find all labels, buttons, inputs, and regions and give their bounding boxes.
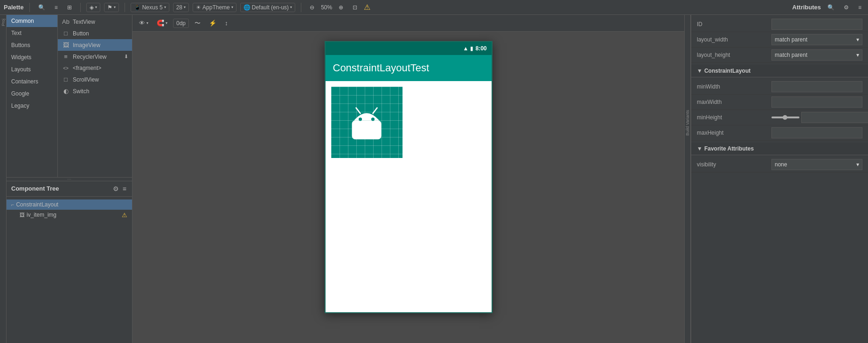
status-icons: ▲ ▮ 8:00 <box>463 45 487 52</box>
attr-minheight-slider[interactable] <box>771 117 799 118</box>
attr-minheight-input[interactable] <box>801 112 868 123</box>
proj-tab[interactable]: Proj <box>0 17 6 28</box>
sidebar-item-widgets[interactable]: Widgets <box>7 51 57 63</box>
palette-content: Common Text Buttons Widgets Layouts Cont… <box>7 15 132 177</box>
zoom-in-button[interactable]: ⊕ <box>336 3 346 12</box>
tree-settings-button[interactable]: ⚙ <box>112 184 120 193</box>
imageview-tree-label: iv_item_img <box>27 212 56 218</box>
attr-row-maxheight: maxHeight <box>691 125 868 141</box>
sidebar-item-layouts[interactable]: Layouts <box>7 63 57 75</box>
attr-more-button[interactable]: ≡ <box>855 3 864 12</box>
shape-dropdown[interactable]: ◈ ▾ <box>86 3 100 12</box>
sidebar-item-buttons[interactable]: Buttons <box>7 39 57 51</box>
magnet-icon: 🧲 <box>157 20 164 27</box>
attr-visibility-label: visibility <box>697 161 771 168</box>
attr-maxwidth-input[interactable] <box>771 96 862 108</box>
tree-item-constraint-layout[interactable]: ⌐ ConstraintLayout <box>7 199 132 210</box>
magnet-chevron: ▾ <box>166 21 167 25</box>
shape-icon: ◈ <box>90 4 94 11</box>
sidebar-item-google[interactable]: Google <box>7 88 57 100</box>
device-chevron: ▾ <box>164 5 166 9</box>
imageview-icon: 🖼 <box>62 41 70 48</box>
settings-button[interactable]: ⊞ <box>64 3 75 12</box>
attr-maxheight-input[interactable] <box>771 127 862 138</box>
guidelines-button[interactable]: ↕ <box>222 18 231 28</box>
constraint-layout-section-header[interactable]: ▼ ConstraintLayout <box>691 65 868 77</box>
flag-icon: ⚑ <box>107 4 112 11</box>
widget-switch[interactable]: ◐ Switch <box>58 85 132 97</box>
widget-recyclerview[interactable]: ≡ RecyclerView ⬇ <box>58 51 132 62</box>
sidebar-item-text[interactable]: Text <box>7 27 57 39</box>
visibility-toggle-button[interactable]: 👁 ▾ <box>136 18 151 28</box>
attr-layout-height-value: match parent <box>775 52 807 58</box>
attr-layout-width-dropdown[interactable]: match parent ▾ <box>771 34 862 45</box>
attr-minwidth-container <box>771 81 862 92</box>
sidebar-item-common[interactable]: Common <box>7 15 57 27</box>
attr-layout-height-value-container: match parent ▾ <box>771 49 862 61</box>
zoom-out-button[interactable]: ⊖ <box>307 3 317 12</box>
attr-layout-width-label: layout_width <box>697 36 771 43</box>
tree-item-imageview[interactable]: 🖼 iv_item_img ⚠ <box>7 210 132 220</box>
attr-visibility-value: none <box>775 161 787 168</box>
sort-button[interactable]: ≡ <box>52 3 61 12</box>
widget-fragment[interactable]: <> <fragment> <box>58 62 132 74</box>
imageview-warning-icon: ⚠ <box>122 212 127 219</box>
locale-dropdown[interactable]: 🌐 Default (en-us) ▾ <box>240 3 295 12</box>
constraint-toggle-button[interactable]: 🧲 ▾ <box>154 18 170 28</box>
device-dropdown[interactable]: 📱 Nexus 5 ▾ <box>131 3 169 12</box>
attr-settings-button[interactable]: ⚙ <box>841 3 852 12</box>
attr-maxwidth-label: maxWidth <box>697 99 771 105</box>
widget-textview[interactable]: Ab TextView <box>58 16 132 27</box>
separator-3 <box>125 3 125 12</box>
left-vertical-tabs: Proj <box>0 15 7 343</box>
api-dropdown[interactable]: 28 ▾ <box>173 3 189 12</box>
theme-chevron: ▾ <box>231 5 233 9</box>
widget-imageview[interactable]: 🖼 ImageView <box>58 39 132 51</box>
button-icon: □ <box>62 30 70 37</box>
component-tree-header: Component Tree ⚙ ≡ <box>7 181 132 197</box>
phone-action-bar: ConstraintLayoutTest <box>326 55 492 81</box>
attr-minheight-slider-handle <box>783 115 787 120</box>
theme-label: AppTheme <box>202 4 230 11</box>
margin-dropdown[interactable]: 0dp <box>173 19 189 28</box>
textview-icon: Ab <box>62 18 70 25</box>
imageview-tree-icon: 🖼 <box>20 212 25 218</box>
drag-handle: ··· <box>7 177 132 181</box>
clear-constraints-button[interactable]: ⚡ <box>206 18 219 28</box>
widget-button[interactable]: □ Button <box>58 27 132 39</box>
attr-layout-height-label: layout_height <box>697 52 771 58</box>
widget-scrollview[interactable]: □ ScrollView <box>58 74 132 85</box>
fragment-icon: <> <box>62 66 70 71</box>
eye-chevron: ▾ <box>146 21 148 25</box>
attr-layout-width-value-container: match parent ▾ <box>771 34 862 45</box>
component-tree-panel: Component Tree ⚙ ≡ ⌐ ConstraintLayout 🖼 … <box>7 181 132 343</box>
attr-visibility-dropdown[interactable]: none ▾ <box>771 159 862 170</box>
fit-button[interactable]: ⊡ <box>350 3 360 12</box>
attr-search-button[interactable]: 🔍 <box>825 3 837 12</box>
build-variants-tab[interactable]: Build Variants <box>685 108 690 137</box>
favorite-attrs: visibility none ▾ <box>691 155 868 174</box>
sidebar-item-containers[interactable]: Containers <box>7 75 57 88</box>
separator-4 <box>301 3 301 12</box>
infer-constraints-button[interactable]: 〜 <box>192 18 203 29</box>
theme-dropdown[interactable]: ☀ AppTheme ▾ <box>193 3 236 12</box>
top-attributes-section: ID layout_width match parent ▾ layout_he… <box>691 15 868 65</box>
tree-sort-button[interactable]: ≡ <box>122 184 127 193</box>
flag-dropdown[interactable]: ⚑ ▾ <box>104 3 119 12</box>
attr-minwidth-input[interactable] <box>771 81 862 92</box>
favorite-attrs-section-header[interactable]: ▼ Favorite Attributes <box>691 143 868 155</box>
search-button[interactable]: 🔍 <box>35 3 48 12</box>
design-toolbar: 👁 ▾ 🧲 ▾ 0dp 〜 ⚡ ↕ <box>132 15 684 32</box>
canvas-area[interactable]: ▲ ▮ 8:00 ConstraintLayoutTest <box>132 32 684 343</box>
attr-layout-height-dropdown[interactable]: match parent ▾ <box>771 49 862 61</box>
scrollview-icon: □ <box>62 76 70 83</box>
battery-icon: ▮ <box>470 45 473 52</box>
attr-visibility-container: none ▾ <box>771 159 862 170</box>
attributes-title: Attributes <box>792 4 821 11</box>
attr-id-input[interactable] <box>771 19 862 30</box>
android-imageview[interactable] <box>331 87 403 158</box>
attr-row-layout-width: layout_width match parent ▾ <box>691 32 868 48</box>
sidebar-item-legacy[interactable]: Legacy <box>7 100 57 112</box>
flag-chevron: ▾ <box>114 5 116 9</box>
zoom-label: 50% <box>321 4 332 11</box>
